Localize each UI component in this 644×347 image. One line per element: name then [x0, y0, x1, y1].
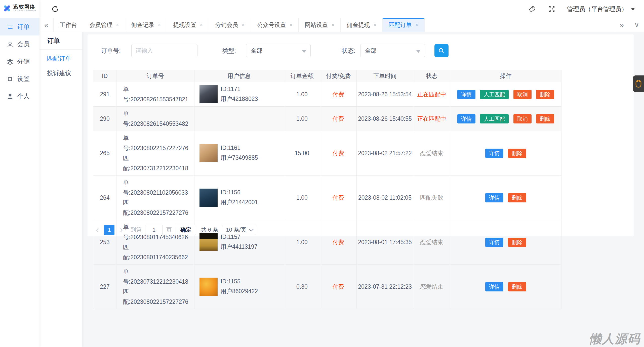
- tab-label: 公众号设置: [257, 21, 286, 29]
- tab-commission-withdraw[interactable]: 佣金提现 ×: [341, 18, 383, 32]
- reload-icon[interactable]: [51, 5, 59, 13]
- type-select-value: 全部: [251, 47, 262, 55]
- cell-id: 291: [93, 82, 116, 107]
- page-size-value: 10 条/页: [226, 226, 246, 234]
- tab-workbench[interactable]: 工作台: [54, 18, 83, 32]
- tab-actions-chevron-icon[interactable]: ∨: [629, 18, 644, 32]
- user-no: 用户44113197: [221, 243, 258, 251]
- close-icon[interactable]: ×: [331, 22, 334, 28]
- detail-button[interactable]: 详情: [485, 193, 503, 202]
- cell-status: 恋爱结束: [413, 220, 450, 265]
- close-icon[interactable]: ×: [290, 22, 293, 28]
- cell-amount: 1.00: [284, 107, 320, 131]
- tab-label: 工作台: [60, 21, 77, 29]
- tab-label: 分销会员: [215, 21, 238, 29]
- status-select-value: 全部: [365, 47, 377, 55]
- side-widget-tab[interactable]: [633, 75, 644, 92]
- confirm-page-button[interactable]: 确定: [176, 225, 196, 235]
- collapse-tabs-icon[interactable]: «: [39, 18, 54, 32]
- detail-button[interactable]: 详情: [485, 149, 503, 158]
- gear-icon: [7, 75, 14, 82]
- table-header-row: ID 订单号 用户信息 订单金额 付费/免费 下单时间 状态 操作: [93, 70, 561, 82]
- prev-page-icon[interactable]: ‹: [93, 225, 102, 235]
- cell-id: 290: [93, 107, 116, 131]
- cell-user-info: ID:1156 用户21442001: [194, 189, 284, 207]
- order-no-line: 单号:202308021102056033: [123, 178, 192, 198]
- topbar: 管理员（平台管理员）: [39, 0, 644, 18]
- close-icon[interactable]: ×: [116, 22, 119, 28]
- tab-label: 佣金记录: [131, 21, 154, 29]
- close-icon[interactable]: ×: [415, 22, 418, 28]
- page-number-active[interactable]: 1: [104, 225, 114, 235]
- watermark: 懒人源码: [589, 331, 640, 347]
- status-select[interactable]: 全部: [360, 44, 425, 57]
- detail-button[interactable]: 详情: [485, 282, 503, 291]
- cell-amount: 1.00: [284, 82, 320, 107]
- cell-user-info: ID:1157 用户44113197: [194, 233, 284, 251]
- sidebar-item-orders[interactable]: 订单: [0, 18, 39, 35]
- col-header-amount: 订单金额: [284, 70, 320, 82]
- type-label: 类型:: [208, 44, 236, 57]
- close-icon[interactable]: ×: [373, 22, 376, 28]
- user-id: ID:1161: [221, 145, 258, 151]
- cell-fee-type: 付费: [320, 265, 357, 309]
- tab-label: 匹配订单: [389, 21, 412, 29]
- detail-button[interactable]: 详情: [457, 114, 475, 123]
- next-page-icon[interactable]: ›: [117, 225, 126, 235]
- manual-match-button[interactable]: 人工匹配: [480, 114, 509, 123]
- match-orders-table: ID 订单号 用户信息 订单金额 付费/免费 下单时间 状态 操作 291 单号…: [93, 70, 561, 309]
- orders-submenu: 订单 匹配订单 投诉建议: [39, 32, 82, 347]
- more-tabs-icon[interactable]: »: [614, 18, 629, 32]
- col-header-fee-type: 付费/免费: [320, 70, 357, 82]
- sidebar-item-distribution[interactable]: 分销: [0, 53, 39, 70]
- goto-page-input[interactable]: [145, 225, 163, 235]
- user-id: ID:1171: [221, 86, 258, 93]
- delete-button[interactable]: 删除: [508, 149, 526, 158]
- delete-button[interactable]: 删除: [536, 114, 554, 123]
- tab-withdraw-settings[interactable]: 提现设置 ×: [167, 18, 209, 32]
- tabbar: « 工作台 会员管理 × 佣金记录 × 提现设置 × 分销会员 × 公众号设置 …: [39, 18, 644, 32]
- tab-website-settings[interactable]: 网站设置 ×: [299, 18, 341, 32]
- delete-button[interactable]: 删除: [508, 282, 526, 291]
- tab-label: 网站设置: [305, 21, 328, 29]
- type-select[interactable]: 全部: [246, 44, 311, 57]
- manual-match-button[interactable]: 人工匹配: [480, 90, 509, 99]
- detail-button[interactable]: 详情: [485, 238, 503, 247]
- sidebar-item-personal[interactable]: 个人: [0, 88, 39, 105]
- detail-button[interactable]: 详情: [457, 90, 475, 99]
- order-no-input[interactable]: [131, 44, 197, 57]
- table-row: 265 单号:202308022157227276 匹配:20230731221…: [93, 131, 561, 176]
- table-row: 227 单号:202307312212230418 匹配:20230802215…: [93, 265, 561, 309]
- delete-button[interactable]: 删除: [536, 90, 554, 99]
- cell-fee-type: 付费: [320, 176, 357, 220]
- delete-button[interactable]: 删除: [508, 238, 526, 247]
- fullscreen-icon[interactable]: [548, 5, 555, 13]
- user-no: 用户86029422: [221, 287, 258, 295]
- cell-status: 恋爱结束: [413, 265, 450, 309]
- admin-dropdown[interactable]: 管理员（平台管理员）: [567, 5, 627, 13]
- tab-official-account-settings[interactable]: 公众号设置 ×: [251, 18, 299, 32]
- cancel-button[interactable]: 取消: [513, 114, 532, 123]
- tag-icon[interactable]: [528, 5, 536, 13]
- close-icon[interactable]: ×: [200, 22, 203, 28]
- cell-user-info: [194, 107, 284, 131]
- tab-label: 会员管理: [89, 21, 112, 29]
- sidebar-item-settings[interactable]: 设置: [0, 70, 39, 88]
- tab-match-orders[interactable]: 匹配订单 ×: [383, 18, 425, 32]
- table-row: 290 单号:202308261540553482 1.00 付费 2023-0…: [93, 107, 561, 131]
- close-icon[interactable]: ×: [158, 22, 161, 28]
- submenu-item-match-orders[interactable]: 匹配订单: [39, 51, 82, 66]
- close-icon[interactable]: ×: [242, 22, 245, 28]
- admin-caret-icon[interactable]: [631, 8, 635, 13]
- page-unit-label: 页: [166, 226, 172, 234]
- cancel-button[interactable]: 取消: [513, 90, 532, 99]
- page-size-select[interactable]: 10 条/页: [222, 225, 256, 235]
- cell-fee-type: 付费: [320, 107, 357, 131]
- submenu-item-complaints[interactable]: 投诉建议: [39, 66, 82, 80]
- tab-distribution-members[interactable]: 分销会员 ×: [209, 18, 251, 32]
- tab-commission-records[interactable]: 佣金记录 ×: [125, 18, 167, 32]
- delete-button[interactable]: 删除: [508, 193, 526, 202]
- sidebar-item-members[interactable]: 会员: [0, 35, 39, 53]
- tab-member-management[interactable]: 会员管理 ×: [83, 18, 125, 32]
- search-button[interactable]: [434, 44, 449, 57]
